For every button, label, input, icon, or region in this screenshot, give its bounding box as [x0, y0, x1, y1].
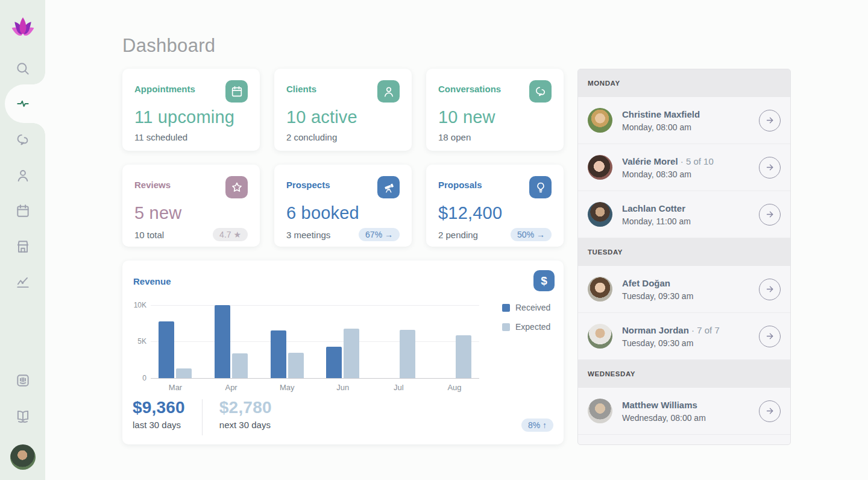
- schedule-row-afet[interactable]: Afet Doğan Tuesday, 09:30 am: [578, 266, 790, 313]
- sidebar-item-clients[interactable]: [15, 168, 31, 183]
- person-name: Christine Maxfield: [622, 109, 700, 119]
- store-icon: [15, 239, 31, 254]
- card-subtext: 2 concluding: [286, 132, 337, 142]
- open-appointment-button[interactable]: [759, 110, 781, 131]
- chart-legend: Received Expected: [502, 303, 550, 341]
- x-label: Aug: [438, 383, 471, 392]
- open-appointment-button[interactable]: [759, 157, 781, 178]
- card-title: Proposals: [438, 176, 482, 190]
- schedule-row-christine[interactable]: Christine Maxfield Monday, 08:00 am: [578, 97, 790, 144]
- schedule-row-valerie[interactable]: Valérie Morel · 5 of 10 Monday, 08:30 am: [578, 144, 790, 191]
- star-icon: [225, 176, 248, 198]
- sidebar-item-calendar[interactable]: [15, 203, 31, 219]
- open-appointment-button[interactable]: [759, 204, 781, 226]
- bar-group-apr: [215, 305, 248, 378]
- card-value: 5 new: [134, 203, 248, 223]
- card-value: $12,400: [438, 203, 552, 223]
- stat-label: next 30 days: [219, 420, 272, 430]
- expected-swatch: [502, 323, 510, 331]
- card-prospects[interactable]: Prospects 6 booked 3 meetings 67% →: [274, 165, 412, 247]
- card-conversations[interactable]: Conversations 10 new 18 open: [426, 69, 564, 151]
- avatar: [588, 324, 612, 349]
- stat-next-30-days: $2,780 next 30 days: [219, 398, 272, 430]
- day-header-monday: MONDAY: [578, 69, 790, 97]
- x-axis-labels: Mar Apr May Jun Jul Aug: [151, 383, 479, 392]
- x-label: May: [270, 383, 304, 392]
- y-tick-5k: 5K: [124, 337, 146, 346]
- open-appointment-button[interactable]: [759, 400, 781, 422]
- revenue-stats: $9,360 last 30 days $2,780 next 30 days: [133, 398, 272, 435]
- sidebar-item-analytics[interactable]: [15, 274, 31, 290]
- card-appointments[interactable]: Appointments 11 upcoming 11 scheduled: [122, 69, 260, 151]
- stat-last-30-days: $9,360 last 30 days: [133, 398, 185, 430]
- bar-received-jun: [326, 347, 342, 378]
- appointment-time: Monday, 11:00 am: [622, 216, 759, 226]
- calendar-icon: [15, 203, 31, 219]
- card-clients[interactable]: Clients 10 active 2 concluding: [274, 69, 412, 151]
- x-label: Apr: [215, 383, 248, 392]
- sidebar-item-activity[interactable]: [15, 96, 31, 112]
- page-title: Dashboard: [122, 35, 215, 57]
- line-chart-icon: [15, 274, 31, 290]
- avatar: [588, 202, 612, 227]
- search-icon: [15, 61, 31, 77]
- card-title: Conversations: [438, 80, 501, 94]
- card-value: 6 booked: [286, 203, 400, 223]
- stat-label: last 30 days: [133, 420, 185, 430]
- bar-expected-jun: [344, 329, 359, 378]
- appointment-time: Tuesday, 09:30 am: [622, 291, 759, 301]
- sidebar-item-keypad[interactable]: [15, 373, 31, 388]
- bar-group-may: [271, 305, 304, 378]
- bar-expected-mar: [176, 368, 192, 378]
- avatar: [588, 108, 612, 133]
- stat-value: $9,360: [133, 398, 185, 417]
- person-name: Valérie Morel: [622, 156, 678, 166]
- person-name: Norman Jordan: [622, 325, 689, 335]
- sidebar-item-library[interactable]: [15, 408, 31, 424]
- arrow-right-icon: [765, 406, 775, 416]
- appointment-time: Monday, 08:00 am: [622, 122, 759, 132]
- card-reviews[interactable]: Reviews 5 new 10 total 4.7 ★: [122, 165, 260, 247]
- chat-bubbles-icon: [529, 80, 552, 103]
- session-meta: · 7 of 7: [689, 325, 720, 335]
- growth-badge: 8% ↑: [521, 418, 553, 432]
- bar-group-jun: [326, 305, 359, 378]
- card-value: 10 new: [438, 107, 552, 127]
- day-header-wednesday: WEDNESDAY: [578, 360, 790, 388]
- card-subtext: 11 scheduled: [134, 132, 187, 142]
- arrow-right-icon: [765, 209, 775, 219]
- activity-icon: [15, 96, 31, 112]
- card-subtext: 10 total: [134, 230, 164, 240]
- schedule-row-lachlan[interactable]: Lachlan Cotter Monday, 11:00 am: [578, 191, 790, 238]
- bar-group-aug: [438, 305, 471, 378]
- schedule-row-matthew[interactable]: Matthew Williams Wednesday, 08:00 am: [578, 388, 790, 435]
- sidebar-item-search[interactable]: [15, 61, 31, 77]
- card-subtext: 2 pending: [438, 230, 478, 240]
- card-subtext: 3 meetings: [286, 230, 330, 240]
- bar-received-mar: [159, 321, 174, 378]
- bar-group-jul: [382, 305, 415, 378]
- schedule-panel: MONDAY Christine Maxfield Monday, 08:00 …: [577, 69, 791, 445]
- card-proposals[interactable]: Proposals $12,400 2 pending 50% →: [426, 165, 564, 247]
- day-header-tuesday: TUESDAY: [578, 238, 790, 266]
- x-label: Jun: [326, 383, 360, 392]
- arrow-right-icon: [765, 115, 775, 125]
- person-name: Lachlan Cotter: [622, 203, 685, 213]
- conversion-badge: 50% →: [511, 228, 552, 241]
- sidebar-item-store[interactable]: [15, 239, 31, 254]
- arrow-right-icon: [765, 284, 775, 294]
- sidebar-item-conversations[interactable]: [15, 132, 31, 148]
- bar-expected-may: [288, 353, 304, 378]
- bar-expected-jul: [400, 330, 415, 378]
- conversion-badge: 67% →: [359, 228, 400, 241]
- open-appointment-button[interactable]: [759, 326, 781, 347]
- dollar-icon: $: [533, 270, 555, 291]
- user-avatar[interactable]: [10, 444, 36, 470]
- appointment-time: Monday, 08:30 am: [622, 169, 759, 179]
- lightbulb-icon: [529, 176, 552, 198]
- legend-item-expected: Expected: [502, 322, 550, 332]
- open-appointment-button[interactable]: [759, 279, 781, 300]
- card-title: Prospects: [286, 176, 330, 190]
- legend-label: Received: [515, 303, 550, 312]
- schedule-row-norman[interactable]: Norman Jordan · 7 of 7 Tuesday, 09:30 am: [578, 313, 790, 360]
